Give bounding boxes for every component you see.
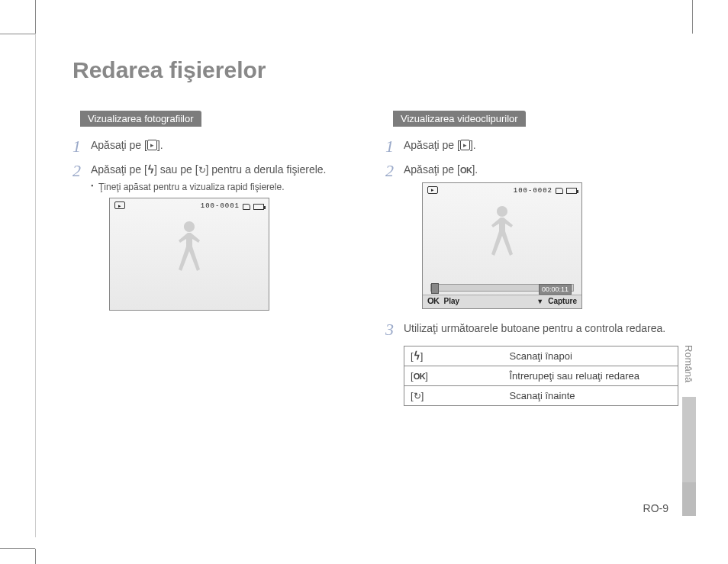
left-column: Vizualizarea fotografiilor 1 Apăsaţi pe … — [72, 111, 356, 406]
right-column: Vizualizarea videoclipurilor 1 Apăsaţi p… — [385, 111, 675, 406]
crop-mark — [0, 34, 35, 34]
video-progress-bar: 00:00:11 — [430, 284, 574, 292]
language-tab: Română — [681, 340, 696, 387]
timer-right-icon: ↻ — [198, 165, 206, 176]
flash-left-icon: ϟ — [414, 350, 420, 362]
section-heading-photos: Vizualizarea fotografiilor — [72, 111, 356, 127]
page-number: RO-9 — [643, 502, 668, 514]
steps-list: 1 Apăsaţi pe []. 2 Apăsaţi pe [OK]. ▸ — [385, 138, 675, 338]
two-column-layout: Vizualizarea fotografiilor 1 Apăsaţi pe … — [72, 111, 675, 406]
capture-label: Capture — [548, 296, 577, 307]
file-counter: 100-0001 — [201, 201, 240, 211]
section-heading-videos: Vizualizarea videoclipurilor — [385, 111, 675, 127]
control-action: Întrerupeţi sau reluaţi redarea — [504, 366, 678, 385]
control-key: [↻] — [404, 385, 504, 405]
sd-card-icon — [243, 204, 250, 210]
control-key: [OK] — [404, 366, 504, 385]
thumb-index-bar — [682, 397, 696, 482]
playback-icon — [147, 140, 157, 150]
crop-mark — [35, 549, 36, 564]
progress-knob — [431, 283, 439, 294]
screen-status-icons: 100-0002 — [514, 186, 577, 196]
thumb-index-bar-dark — [682, 482, 696, 516]
control-action: Scanaţi înainte — [504, 385, 678, 405]
step-1: 1 Apăsaţi pe []. — [72, 138, 356, 155]
page-title: Redarea fişierelor — [72, 57, 675, 83]
crop-mark — [0, 548, 35, 549]
page-content: Redarea fişierelor Vizualizarea fotograf… — [72, 57, 675, 406]
step-3: 3 Utilizaţi următoarele butoane pentru a… — [385, 321, 675, 338]
elapsed-time: 00:00:11 — [539, 284, 572, 295]
section-heading-label: Vizualizarea fotografiilor — [80, 111, 201, 127]
step-text: Apăsaţi pe [ϟ] sau pe [↻] pentru a derul… — [91, 163, 327, 311]
step-1: 1 Apăsaţi pe []. — [385, 138, 675, 155]
step-text: Utilizaţi următoarele butoane pentru a c… — [404, 321, 665, 338]
flash-left-icon: ϟ — [147, 163, 154, 176]
silhouette-figure — [166, 220, 212, 285]
control-action: Scanaţi înapoi — [504, 346, 678, 366]
step-2: 2 Apăsaţi pe [ϟ] sau pe [↻] pentru a der… — [72, 163, 356, 311]
screen-status-icons: 100-0001 — [201, 201, 264, 211]
silhouette-figure — [479, 205, 525, 270]
table-row: [↻] Scanaţi înainte — [404, 385, 678, 405]
down-arrow-icon: ▼ — [536, 297, 543, 307]
crop-mark — [692, 0, 693, 34]
video-bottom-bar: OK Play ▼ Capture — [423, 295, 581, 308]
step-number: 3 — [385, 321, 404, 338]
step-number: 2 — [72, 163, 91, 311]
video-preview-screen: ▸ 100-0002 — [422, 182, 582, 309]
section-heading-label: Vizualizarea videoclipurilor — [393, 111, 526, 127]
battery-icon — [253, 204, 264, 210]
step-number: 1 — [385, 138, 404, 155]
ok-button-icon: OK — [414, 372, 426, 381]
playback-controls-table: [ϟ] Scanaţi înapoi [OK] Întrerupeţi sau … — [404, 346, 678, 406]
ok-button-icon: OK — [460, 166, 472, 175]
step-text: Apăsaţi pe [OK]. ▸ 100-0002 — [404, 163, 582, 309]
step-number: 2 — [385, 163, 404, 309]
file-counter: 100-0002 — [514, 186, 552, 196]
ok-indicator-icon: OK — [427, 295, 440, 307]
playback-icon — [460, 140, 470, 150]
step-number: 1 — [72, 138, 91, 155]
playback-mode-icon: ▸ — [114, 201, 125, 209]
step-sub-note: Ţineţi apăsat pentru a vizualiza rapid f… — [91, 181, 327, 194]
control-key: [ϟ] — [404, 346, 504, 366]
battery-icon — [566, 188, 577, 194]
photo-preview-screen: ▸ 100-0001 — [109, 198, 269, 311]
table-row: [ϟ] Scanaţi înapoi — [404, 346, 678, 366]
table-row: [OK] Întrerupeţi sau reluaţi redarea — [404, 366, 678, 385]
step-2: 2 Apăsaţi pe [OK]. ▸ 100-0002 — [385, 163, 675, 309]
sd-card-icon — [556, 188, 563, 194]
crop-mark — [35, 34, 36, 537]
steps-list: 1 Apăsaţi pe []. 2 Apăsaţi pe [ϟ] sau pe… — [72, 138, 356, 311]
step-text: Apăsaţi pe []. — [91, 138, 163, 155]
screen-topbar: ▸ 100-0001 — [110, 198, 269, 214]
screen-topbar: ▸ 100-0002 — [423, 183, 581, 199]
timer-right-icon: ↻ — [414, 391, 421, 401]
step-text: Apăsaţi pe []. — [404, 138, 476, 155]
play-label: Play — [444, 296, 460, 307]
crop-mark — [35, 0, 36, 34]
playback-mode-icon: ▸ — [427, 186, 438, 194]
